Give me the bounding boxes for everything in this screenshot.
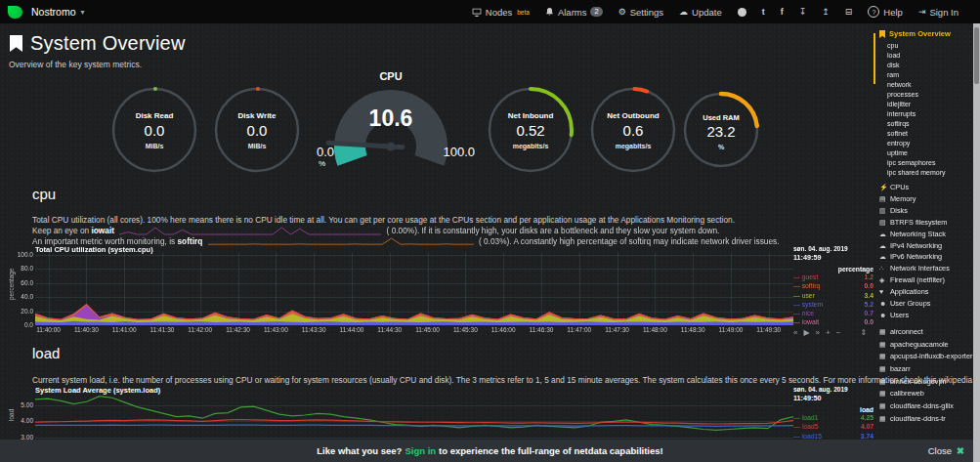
print-button[interactable]: ⊟	[845, 7, 853, 17]
gauge-net-outbound[interactable]: Net Outbound 0.6 megabits/s	[589, 86, 677, 174]
sidebar-item-cpus[interactable]: ⚡CPUs	[879, 182, 973, 193]
upload-icon: ↥	[822, 7, 830, 17]
sidebar-item-users[interactable]: ☻Users	[879, 310, 973, 321]
netdata-brand[interactable]: Nostromo ▾	[8, 6, 85, 19]
legend-row-guest[interactable]: — guest1.2	[793, 273, 873, 281]
heart-icon: ♥	[879, 286, 890, 298]
gauge-used-ram[interactable]: Used RAM 23.2 %	[682, 91, 760, 169]
gauge-unit: %	[319, 159, 325, 168]
sidebar-item-firewall-netfilter-[interactable]: ◈Firewall (netfilter)	[879, 274, 973, 286]
sidebar-item-btrfs-filesystem[interactable]: ▧BTRFS filesystem	[879, 217, 973, 229]
sidebar-item-airconnect[interactable]: ▦airconnect	[879, 327, 973, 337]
help-button[interactable]: ? Help	[868, 6, 903, 18]
pan-backward-button[interactable]: «	[793, 328, 797, 337]
gauge-label: Net Inbound	[487, 111, 575, 120]
sidebar-subitem-softirqs[interactable]: softirqs	[887, 119, 973, 129]
legend-row-system[interactable]: — system5.2	[793, 300, 873, 309]
gauge-unit: megabits/s	[589, 143, 677, 149]
close-button[interactable]: Close ✖	[928, 440, 964, 462]
import-button[interactable]: ↥	[822, 7, 830, 17]
sidebar-item-disks[interactable]: ▥Disks	[879, 205, 973, 217]
x-tick-label: 11:46:30	[522, 326, 561, 333]
load-chart-canvas[interactable]	[35, 395, 793, 440]
scrollbar-thumb[interactable]	[974, 27, 979, 84]
sidebar-subitem-interrupts[interactable]: interrupts	[887, 109, 973, 119]
sidebar-subitem-cpu[interactable]: cpu	[887, 41, 973, 51]
update-button[interactable]: ☁ Update	[679, 7, 722, 18]
legend-series-value: 0.0	[865, 281, 873, 290]
active-section-indicator	[873, 33, 875, 84]
settings-button[interactable]: ⚙ Settings	[618, 7, 663, 18]
footer-bar: Like what you see? Sign in to experience…	[0, 440, 980, 462]
gauge-disk-write[interactable]: Disk Write 0.0 MiB/s	[213, 86, 301, 174]
legend-date: søn. 04. aug. 2019	[793, 245, 873, 252]
x-tick-label: 11:44:30	[370, 326, 409, 333]
sidebar-item-ipv6-networking[interactable]: ☁IPv6 Networking	[879, 251, 973, 263]
resize-button[interactable]: ⇕	[860, 328, 867, 337]
sidebar-item-label: IPv6 Networking	[890, 252, 942, 261]
gauge-value: 0.52	[487, 122, 575, 139]
bookmark-icon	[10, 35, 22, 52]
signin-button[interactable]: ⇥ Sign In	[918, 7, 959, 18]
sidebar-item-cloudflare-ddns-tr[interactable]: ▦cloudflare-ddns-tr	[879, 414, 973, 424]
sidebar-subitem-uptime[interactable]: uptime	[887, 148, 973, 158]
legend-series-name: — guest	[793, 273, 818, 281]
sidebar-subitem-idlejitter[interactable]: idlejitter	[887, 100, 973, 109]
legend-series-name: — load5	[793, 422, 818, 431]
x-tick-label: 11:45:00	[408, 326, 447, 333]
sidebar-item-ipv4-networking[interactable]: ☁IPv4 Networking	[879, 240, 973, 252]
cpu-chart-canvas[interactable]	[35, 252, 793, 325]
cloud-download-icon: ☁	[679, 7, 688, 17]
legend-series-value: 3.4	[865, 291, 873, 300]
github-button[interactable]	[738, 8, 746, 17]
sidebar-item-user-groups[interactable]: ☻User Groups	[879, 298, 973, 310]
footer-text-post: to experience the full-range of netdata …	[439, 445, 663, 456]
page-scrollbar[interactable]	[973, 23, 980, 462]
sidebar-subitem-processes[interactable]: processes	[887, 90, 973, 100]
sidebar-item-network-interfaces[interactable]: ∴Network Interfaces	[879, 263, 973, 274]
legend-row-softirq[interactable]: — softirq0.0	[793, 281, 873, 290]
zoom-out-button[interactable]: −	[836, 328, 841, 337]
export-button[interactable]: ↧	[799, 7, 807, 17]
sidebar-subitem-softnet[interactable]: softnet	[887, 129, 973, 139]
gauge-cpu[interactable]: CPU 10.6 0.0 100.0 %	[311, 70, 471, 176]
shield-icon: ◈	[879, 274, 890, 286]
alarms-button[interactable]: Alarms 2	[545, 7, 603, 18]
sidebar-item-applications[interactable]: ♥Applications	[879, 286, 973, 298]
legend-row-load1[interactable]: — load14.25	[793, 413, 873, 422]
sidebar-subitem-load[interactable]: load	[887, 51, 973, 61]
legend-unit: percentage	[793, 266, 873, 273]
x-tick-label: 11:41:30	[143, 326, 182, 333]
sidebar-item-cloudflare-ddns-gllix[interactable]: ▦cloudflare-ddns-gllix	[879, 401, 973, 411]
pan-forward-button[interactable]: »	[816, 328, 820, 337]
hostname[interactable]: Nostromo	[31, 6, 76, 18]
sidebar-item-system-overview[interactable]: System Overview	[879, 29, 973, 38]
footer-signin-link[interactable]: Sign in	[405, 445, 436, 456]
gauge-label: Net Outbound	[589, 111, 677, 120]
sidebar-subitem-network[interactable]: network	[887, 80, 973, 90]
nodes-button[interactable]: Nodesbeta	[472, 7, 530, 18]
sidebar-item-networking-stack[interactable]: ☁Networking Stack	[879, 229, 973, 240]
play-button[interactable]: ▶	[803, 328, 809, 337]
legend-row-user[interactable]: — user3.4	[793, 291, 873, 300]
gauge-disk-read[interactable]: Disk Read 0.0 MiB/s	[110, 86, 198, 174]
sidebar-item-memory[interactable]: ▤Memory	[879, 193, 973, 205]
sidebar-item-apacheguacamole[interactable]: ▦apacheguacamole	[879, 340, 973, 350]
cpu-chart-legend: søn. 04. aug. 201911:49:59percentage— gu…	[793, 245, 873, 327]
facebook-button[interactable]: f	[781, 7, 784, 17]
sidebar-item-apcupsd-influxdb-exporter[interactable]: ▦apcupsd-influxdb-exporter	[879, 352, 973, 361]
sidebar-item-binhex-delugevpn[interactable]: ▦binhex-delugevpn	[879, 377, 973, 387]
sidebar-subitem-ram[interactable]: ram	[887, 70, 973, 80]
legend-row-load5[interactable]: — load54.07	[793, 422, 873, 431]
zoom-in-button[interactable]: +	[826, 328, 831, 337]
sidebar-item-calibreweb[interactable]: ▦calibreweb	[879, 389, 973, 399]
legend-row-iowait[interactable]: — iowait0.0	[793, 317, 873, 326]
sidebar-subitem-entropy[interactable]: entropy	[887, 139, 973, 148]
gauge-net-inbound[interactable]: Net Inbound 0.52 megabits/s	[487, 86, 575, 174]
sidebar-subitem-ipc-semaphores[interactable]: ipc semaphores	[887, 158, 973, 168]
twitter-button[interactable]: t	[762, 7, 765, 17]
sidebar-subitem-ipc-shared-memory[interactable]: ipc shared memory	[887, 168, 973, 178]
sidebar-item-bazarr[interactable]: ▦bazarr	[879, 364, 973, 374]
legend-row-nice[interactable]: — nice0.7	[793, 309, 873, 317]
sidebar-subitem-disk[interactable]: disk	[887, 61, 973, 70]
